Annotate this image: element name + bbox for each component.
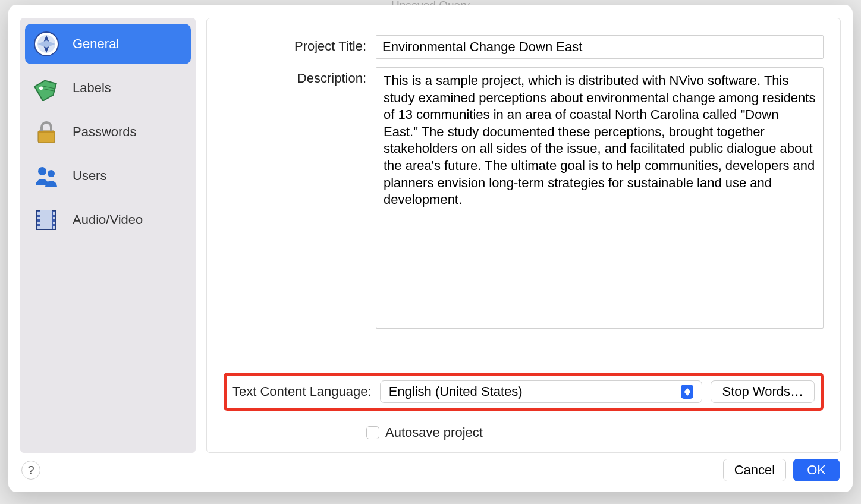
svg-rect-9 <box>38 131 55 133</box>
ok-button[interactable]: OK <box>793 459 840 481</box>
svg-rect-14 <box>37 212 40 215</box>
svg-point-11 <box>48 170 55 177</box>
users-icon <box>33 163 59 189</box>
autosave-row: Autosave project <box>366 425 824 440</box>
lock-icon <box>33 119 59 145</box>
sidebar-item-general[interactable]: General <box>25 24 191 64</box>
sidebar-item-audio-video[interactable]: Audio/Video <box>25 200 191 240</box>
text-content-language-label: Text Content Language: <box>232 384 372 399</box>
svg-rect-16 <box>37 222 40 224</box>
sidebar-item-passwords[interactable]: Passwords <box>25 112 191 152</box>
autosave-label: Autosave project <box>385 425 483 440</box>
project-title-label: Project Title: <box>224 35 366 54</box>
svg-point-10 <box>38 167 46 175</box>
description-row: Description: <box>224 67 824 362</box>
dialog-body: General Labels <box>8 5 853 453</box>
svg-rect-20 <box>53 222 55 224</box>
project-title-row: Project Title: <box>224 35 824 59</box>
svg-marker-4 <box>34 77 59 101</box>
autosave-checkbox[interactable] <box>366 426 379 439</box>
svg-rect-21 <box>53 226 55 229</box>
sidebar-item-label: Passwords <box>73 124 137 140</box>
svg-rect-13 <box>40 210 52 229</box>
svg-rect-15 <box>37 217 40 219</box>
sidebar-item-label: General <box>73 36 119 52</box>
compass-icon <box>33 31 59 57</box>
help-button[interactable]: ? <box>21 461 40 480</box>
film-icon <box>33 207 59 233</box>
sidebar: General Labels <box>20 18 196 453</box>
svg-marker-23 <box>684 392 690 396</box>
language-select-value: English (United States) <box>389 384 523 399</box>
svg-rect-18 <box>53 212 55 215</box>
sidebar-item-users[interactable]: Users <box>25 156 191 196</box>
content-panel: Project Title: Description: Text Content… <box>206 18 841 453</box>
svg-rect-17 <box>37 226 40 229</box>
sidebar-item-labels[interactable]: Labels <box>25 68 191 108</box>
language-select[interactable]: English (United States) <box>380 380 703 403</box>
sidebar-item-label: Audio/Video <box>73 212 143 228</box>
text-content-language-row: Text Content Language: English (United S… <box>224 373 824 411</box>
cancel-button[interactable]: Cancel <box>723 459 786 481</box>
tag-icon <box>33 75 59 101</box>
sidebar-item-label: Labels <box>73 80 111 96</box>
description-textarea[interactable] <box>376 67 824 329</box>
svg-marker-22 <box>684 388 690 392</box>
svg-rect-19 <box>53 217 55 219</box>
stop-words-button[interactable]: Stop Words… <box>711 380 815 403</box>
sidebar-item-label: Users <box>73 168 106 184</box>
dialog-footer: ? Cancel OK <box>8 453 853 492</box>
select-arrows-icon <box>681 385 693 399</box>
project-title-input[interactable] <box>376 35 824 59</box>
project-properties-dialog: General Labels <box>8 5 853 492</box>
description-label: Description: <box>224 67 366 86</box>
